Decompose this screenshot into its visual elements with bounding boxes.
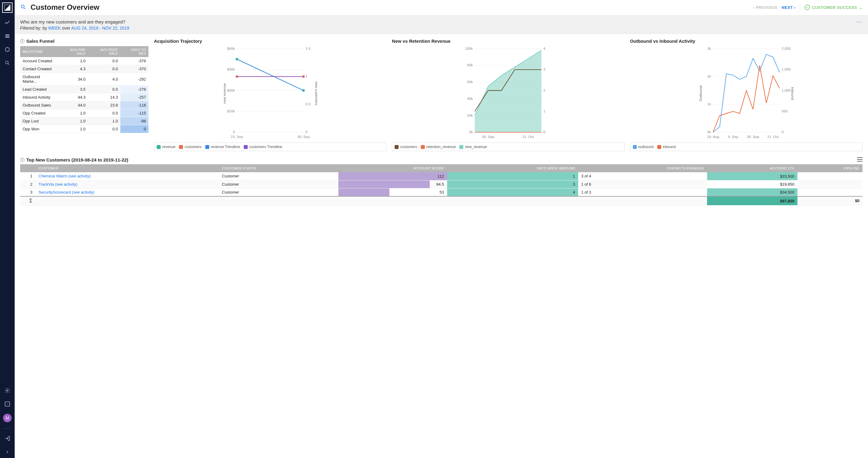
svg-point-5 [21, 5, 24, 8]
context-filter: Filtered by: by WEEK over AUG 24, 2019 -… [20, 26, 852, 31]
svg-text:1k: 1k [707, 102, 711, 106]
legend-item[interactable]: inbound [657, 145, 676, 149]
funnel-row[interactable]: Opp Created1.00.0-115 [20, 109, 149, 117]
svg-text:3: 3 [543, 67, 546, 71]
gear-icon[interactable] [4, 387, 11, 394]
info-icon[interactable]: i [20, 158, 25, 162]
logout-icon[interactable] [4, 435, 11, 442]
svg-text:1: 1 [305, 74, 308, 78]
kebab-menu-icon[interactable]: ⋮ [852, 19, 863, 25]
previous-button[interactable]: ‹PREVIOUS [753, 5, 777, 10]
customers-col-header[interactable]: CUSTOMER STATUS [219, 164, 338, 172]
funnel-col-header[interactable]: AVG POST SALE [88, 46, 120, 57]
funnel-row[interactable]: Outbound Sales44.023.6-116 [20, 101, 149, 109]
hamburger-menu-icon[interactable] [857, 157, 863, 162]
customers-col-header[interactable]: PIPELINE [798, 164, 863, 172]
divider [3, 428, 11, 429]
funnel-row[interactable]: Lead Created3.50.0-278 [20, 86, 149, 93]
funnel-row[interactable]: Opp Won1.00.00 [20, 125, 149, 133]
svg-text:20k: 20k [467, 113, 473, 117]
customers-col-header[interactable] [20, 164, 35, 172]
svg-text:30. Sep: 30. Sep [297, 135, 310, 139]
svg-text:new customers: new customers [315, 81, 318, 105]
retention-panel: New vs Retention Revenue 0k20k40k60k80k1… [392, 38, 624, 151]
chevron-right-icon[interactable] [4, 448, 11, 456]
svg-point-0 [5, 47, 9, 51]
svg-text:1: 1 [543, 109, 546, 113]
svg-text:0: 0 [543, 130, 546, 134]
customers-col-header[interactable]: ACCOUNT LTV [707, 164, 798, 172]
customer-link[interactable]: Chemical Watch (see activity) [38, 174, 91, 178]
svg-text:40k: 40k [467, 97, 473, 100]
funnel-row[interactable]: Account Created1.00.0-378 [20, 57, 149, 65]
svg-text:30. Sep: 30. Sep [747, 135, 759, 139]
funnel-row[interactable]: Opp Lost1.01.0-98 [20, 117, 149, 125]
customers-col-header[interactable]: DAYS SINCE INBOUND [447, 164, 578, 172]
funnel-row[interactable]: Outbound Marke...34.04.0-292 [20, 73, 149, 86]
svg-text:21. Oct: 21. Oct [767, 135, 779, 139]
legend-item[interactable]: customers Trendline [244, 145, 282, 149]
acquisition-panel: Acquisition Trajectory 0$10k$20k$30k$40k… [154, 38, 386, 151]
svg-text:30. Sep: 30. Sep [482, 135, 494, 139]
svg-text:19. Aug: 19. Aug [707, 135, 719, 139]
funnel-row[interactable]: Inbound Activity44.314.3-257 [20, 93, 149, 101]
customers-total-row: Σ $87,850 $0 [20, 196, 863, 205]
svg-text:0k: 0k [707, 130, 711, 134]
svg-text:Inbound: Inbound [791, 87, 795, 100]
customer-link[interactable]: TrackVia (see activity) [38, 182, 77, 187]
svg-text:$10k: $10k [227, 109, 235, 113]
legend-item[interactable]: new_revenue [459, 145, 487, 149]
funnel-col-header[interactable]: MILESTONE [20, 46, 58, 57]
svg-text:2,000: 2,000 [781, 46, 791, 51]
status-dropdown[interactable]: ✓CUSTOMER SUCCESS⌄ [804, 5, 863, 10]
app-logo[interactable] [2, 2, 12, 13]
svg-text:$20k: $20k [227, 88, 235, 92]
customers-col-header[interactable]: ACCOUNT SCORE [338, 164, 447, 172]
svg-text:60k: 60k [467, 80, 473, 84]
circle-icon[interactable] [4, 46, 11, 53]
svg-text:0: 0 [781, 130, 784, 134]
customer-row[interactable]: 3 SecurityScorecard (see activity) Custo… [20, 188, 863, 196]
acquisition-legend: revenuecustomersrevenue Trendlinecustome… [154, 142, 386, 151]
search-icon[interactable] [4, 59, 11, 67]
svg-text:0k: 0k [469, 130, 473, 134]
check-circle-icon: ✓ [804, 5, 810, 10]
customer-link[interactable]: SecurityScorecard (see activity) [38, 190, 94, 195]
svg-text:9. Sep: 9. Sep [728, 135, 738, 139]
week-link[interactable]: WEEK [48, 26, 61, 31]
list-icon[interactable] [4, 32, 11, 40]
sidebar: ? M [0, 0, 15, 458]
analytics-icon[interactable] [4, 19, 11, 26]
legend-item[interactable]: revenue Trendline [205, 145, 240, 149]
svg-text:0: 0 [233, 130, 235, 134]
customer-row[interactable]: 2 TrackVia (see activity) Customer 94.5 … [20, 180, 863, 188]
svg-text:1,000: 1,000 [781, 88, 791, 92]
funnel-table: MILESTONEAVG PRE SALEAVG POST SALEDAYS T… [20, 46, 149, 133]
chevron-down-icon: ⌄ [859, 5, 863, 10]
legend-item[interactable]: outbound [633, 145, 654, 149]
svg-text:0: 0 [305, 130, 308, 134]
customer-row[interactable]: 1 Chemical Watch (see activity) Customer… [20, 172, 863, 180]
svg-text:?: ? [6, 403, 8, 406]
customers-table: CUSTOMERCUSTOMER STATUSACCOUNT SCOREDAYS… [20, 164, 863, 205]
help-icon[interactable]: ? [4, 400, 11, 407]
legend-item[interactable]: revenue [157, 145, 175, 149]
svg-text:1.5: 1.5 [305, 46, 311, 51]
page-title: Customer Overview [31, 3, 99, 11]
next-button[interactable]: NEXT› [781, 5, 796, 10]
customers-col-header[interactable]: CUSTOMER [35, 164, 219, 172]
funnel-col-header[interactable]: DAYS TO REV [120, 46, 149, 57]
svg-point-2 [7, 390, 8, 391]
funnel-row[interactable]: Contact Created4.30.0-370 [20, 65, 149, 73]
info-icon[interactable]: i [20, 39, 25, 43]
daterange-link[interactable]: AUG 24, 2019 - NOV 22, 2019 [71, 26, 129, 31]
legend-item[interactable]: customers [395, 145, 417, 149]
context-question: Who are my new customers and are they en… [20, 19, 852, 25]
customers-col-header[interactable]: CONTACTS ENGAGED [578, 164, 707, 172]
legend-item[interactable]: retention_revenue [421, 145, 456, 149]
funnel-col-header[interactable]: AVG PRE SALE [58, 46, 88, 57]
svg-text:2: 2 [543, 88, 546, 92]
search-icon[interactable] [20, 4, 26, 11]
user-avatar[interactable]: M [3, 414, 11, 422]
legend-item[interactable]: customers [179, 145, 201, 149]
